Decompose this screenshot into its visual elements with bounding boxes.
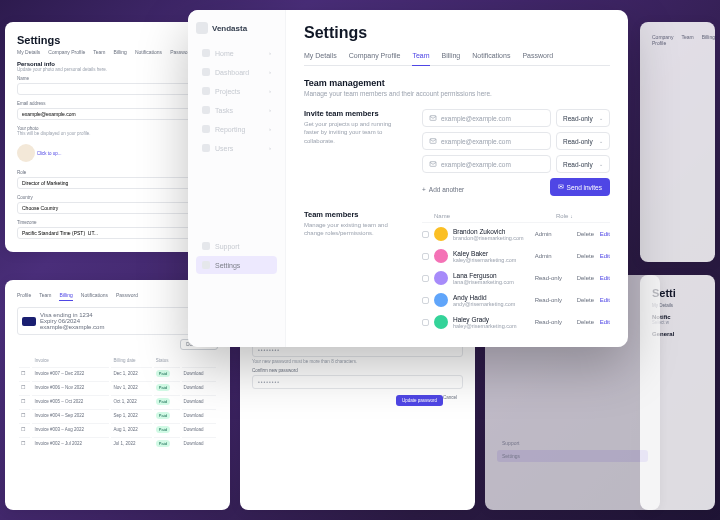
chevron-icon: › [269,50,271,56]
delete-button[interactable]: Delete [577,275,594,281]
member-checkbox[interactable] [422,253,429,260]
main-panel: Settings My DetailsCompany ProfileTeamBi… [286,10,628,347]
invite-role-select[interactable]: Read-only ⌄ [556,109,610,127]
avatar [434,315,448,329]
invoice-table: InvoiceBilling dateStatus ☐Invoice #007 … [17,354,218,451]
main-tabs: My DetailsCompany ProfileTeamBillingNoti… [304,52,610,66]
invoice-row: ☐Invoice #007 – Dec 2022Dec 1, 2022PaidD… [19,367,216,379]
nav-icon [202,261,210,269]
bg-right-top: Company ProfileTeamBillingNotifications [640,22,715,262]
mail-icon [429,160,437,168]
sidebar-item-dashboard[interactable]: Dashboard› [196,63,277,81]
tab-my-details[interactable]: My Details [304,52,337,65]
sidebar-item-projects[interactable]: Projects› [196,82,277,100]
section-sub: Manage your team members and their accou… [304,90,610,97]
member-name: Kaley Baker [453,250,535,257]
chevron-down-icon: ⌄ [599,161,603,167]
plus-icon: + [422,186,426,193]
invoice-row: ☐Invoice #003 – Aug 2022Aug 1, 2022PaidD… [19,423,216,435]
edit-button[interactable]: Edit [600,275,610,281]
invite-email-input[interactable]: example@example.com [422,132,551,150]
avatar [434,293,448,307]
send-invites-button[interactable]: ✉ Send invites [550,178,610,196]
delete-button[interactable]: Delete [577,319,594,325]
member-name: Brandon Zukovich [453,228,535,235]
brand-name: Vendasta [212,24,247,33]
delete-button[interactable]: Delete [577,297,594,303]
avatar [434,271,448,285]
invoice-row: ☐Invoice #002 – Jul 2022Jul 1, 2022PaidD… [19,437,216,449]
sidebar-item-settings[interactable]: Settings [196,256,277,274]
member-role: Admin [535,253,577,259]
members-header: Name Role↓ [422,210,610,223]
nav-icon [202,125,210,133]
chevron-icon: › [269,126,271,132]
tab-company-profile[interactable]: Company Profile [349,52,401,65]
member-name: Haley Grady [453,316,535,323]
member-row: Kaley Baker kaley@risemarketing.com Admi… [422,245,610,267]
col-role[interactable]: Role↓ [556,213,610,219]
member-row: Brandon Zukovich brandon@risemarketing.c… [422,223,610,245]
member-row: Lana Ferguson lana@risemarketing.com Rea… [422,267,610,289]
delete-button[interactable]: Delete [577,253,594,259]
mail-icon: ✉ [558,183,564,191]
nav-icon [202,87,210,95]
col-name[interactable]: Name [434,213,556,219]
members-title: Team members [304,210,408,219]
nav-icon [202,106,210,114]
invite-sub: Get your projects up and running faster … [304,120,408,145]
member-role: Read-only [535,297,577,303]
tab-password[interactable]: Password [522,52,553,65]
edit-button[interactable]: Edit [600,231,610,237]
sidebar-item-tasks[interactable]: Tasks› [196,101,277,119]
member-email: kaley@risemarketing.com [453,257,535,263]
chevron-down-icon: ⌄ [599,115,603,121]
tab-notifications[interactable]: Notifications [472,52,510,65]
sidebar-item-home[interactable]: Home› [196,44,277,62]
delete-button[interactable]: Delete [577,231,594,237]
member-checkbox[interactable] [422,297,429,304]
add-another-button[interactable]: + Add another [422,186,464,193]
tab-billing[interactable]: Billing [442,52,461,65]
edit-button[interactable]: Edit [600,297,610,303]
brand: Vendasta [196,22,277,34]
chevron-icon: › [269,145,271,151]
invite-email-input[interactable]: example@example.com [422,155,551,173]
member-checkbox[interactable] [422,275,429,282]
chevron-icon: › [269,107,271,113]
member-role: Read-only [535,275,577,281]
avatar [434,249,448,263]
member-checkbox[interactable] [422,231,429,238]
member-checkbox[interactable] [422,319,429,326]
members-sub: Manage your existing team and change rol… [304,221,408,238]
invoice-row: ☐Invoice #005 – Oct 2022Oct 1, 2022PaidD… [19,395,216,407]
member-role: Read-only [535,319,577,325]
nav-icon [202,144,210,152]
invite-role-select[interactable]: Read-only ⌄ [556,132,610,150]
tab-team[interactable]: Team [412,52,429,66]
page-title: Settings [304,24,610,42]
edit-button[interactable]: Edit [600,253,610,259]
invite-title: Invite team members [304,109,408,118]
settings-modal: Vendasta Home›Dashboard›Projects›Tasks›R… [188,10,628,347]
invite-email-input[interactable]: example@example.com [422,109,551,127]
mail-icon [429,137,437,145]
sidebar-item-users[interactable]: Users› [196,139,277,157]
member-row: Andy Hadid andy@risemarketing.com Read-o… [422,289,610,311]
brand-icon [196,22,208,34]
nav-icon [202,49,210,57]
member-email: haley@risemarketing.com [453,323,535,329]
sort-icon: ↓ [570,213,573,219]
invoice-row: ☐Invoice #004 – Sep 2022Sep 1, 2022PaidD… [19,409,216,421]
edit-button[interactable]: Edit [600,319,610,325]
invite-role-select[interactable]: Read-only ⌄ [556,155,610,173]
avatar [434,227,448,241]
chevron-icon: › [269,88,271,94]
chevron-down-icon: ⌄ [599,138,603,144]
sidebar-item-reporting[interactable]: Reporting› [196,120,277,138]
member-role: Admin [535,231,577,237]
sidebar-item-support[interactable]: Support [196,237,277,255]
invoice-row: ☐Invoice #006 – Nov 2022Nov 1, 2022PaidD… [19,381,216,393]
nav-icon [202,242,210,250]
member-email: lana@risemarketing.com [453,279,535,285]
